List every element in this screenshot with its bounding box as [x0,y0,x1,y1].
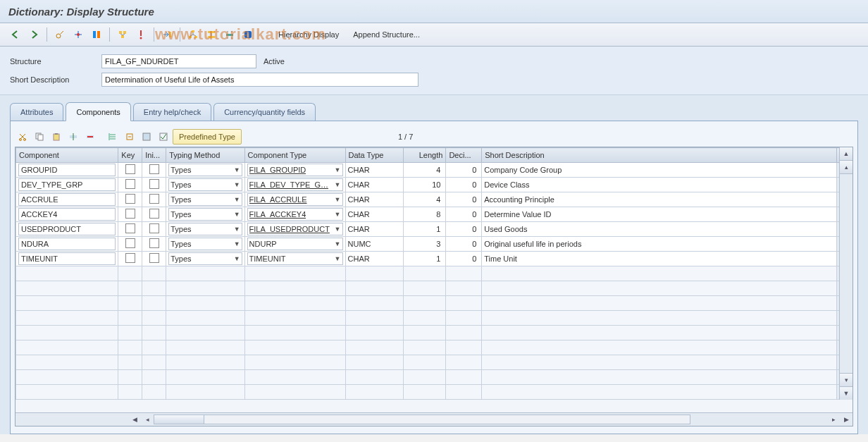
append-structure-button[interactable]: Append Structure... [347,26,426,43]
scroll-down-button-2[interactable]: ▾ [840,373,852,386]
table-row[interactable]: ACCKEY4Types▼FILA_ACCKEY4▼CHAR80Determin… [16,207,852,222]
structure-label: Structure [10,57,101,66]
svg-rect-9 [169,32,171,37]
component-cell[interactable]: ACCRULE [18,193,116,206]
col-comptype[interactable]: Component Type [244,148,345,163]
svg-point-8 [140,37,142,39]
component-cell[interactable]: ACCKEY4 [18,208,116,221]
svg-rect-3 [97,31,100,38]
tree-button[interactable] [185,26,202,43]
typing-dropdown[interactable]: Types▼ [168,164,242,176]
init-checkbox[interactable] [149,179,159,189]
comptype-dropdown[interactable]: FILA_GROUPID▼ [247,164,343,176]
tab-attributes[interactable]: Attributes [10,103,63,121]
cut-button[interactable] [15,129,30,145]
navigate-button[interactable] [159,26,175,43]
where-used-button[interactable] [114,26,131,43]
init-checkbox[interactable] [149,164,159,174]
tab-entry-help[interactable]: Entry help/check [133,103,211,121]
tab-components[interactable]: Components [66,102,130,121]
tab-currency-quantity[interactable]: Currency/quantity fields [213,103,316,121]
vertical-scrollbar[interactable]: ▲ ▴ ▾ ▼ [839,147,852,400]
comptype-dropdown[interactable]: FILA_ACCKEY4▼ [247,208,343,221]
info-button[interactable]: i [240,26,256,43]
scroll-down-button[interactable]: ▼ [840,386,852,400]
component-cell[interactable]: DEV_TYPE_GRP [18,178,116,191]
col-component[interactable]: Component [16,148,118,163]
comptype-dropdown[interactable]: FILA_USEDPRODUCT▼ [247,223,343,235]
paste-button[interactable] [49,129,64,145]
scroll-track[interactable] [840,174,852,373]
scroll-left-button-2[interactable]: ◂ [141,414,154,425]
table-row[interactable]: GROUPIDTypes▼FILA_GROUPID▼CHAR40Company … [16,163,852,178]
col-key[interactable]: Key [118,148,142,163]
col-ini[interactable]: Ini... [142,148,166,163]
key-checkbox[interactable] [125,209,135,219]
col-length[interactable]: Length [403,148,446,163]
h-scroll-thumb[interactable] [154,415,204,424]
key-checkbox[interactable] [125,194,135,204]
col-decimals[interactable]: Deci... [446,148,482,163]
table-row-empty [16,326,852,340]
scroll-right-button-2[interactable]: ▸ [827,414,840,425]
insert-row-button[interactable] [66,129,81,145]
key-checkbox[interactable] [125,253,135,263]
init-checkbox[interactable] [149,223,159,233]
shortdesc-field[interactable]: Determination of Useful Life of Assets [101,73,418,87]
table-row[interactable]: DEV_TYPE_GRPTypes▼FILA_DEV_TYPE_G…▼CHAR1… [16,178,852,192]
comptype-dropdown[interactable]: NDURP▼ [247,238,343,250]
collapse-all-button[interactable] [122,129,137,145]
delete-row-button[interactable] [82,129,98,145]
typing-dropdown[interactable]: Types▼ [168,252,242,265]
key-checkbox[interactable] [125,179,135,189]
init-checkbox[interactable] [149,209,159,219]
collapse-button[interactable] [221,26,238,43]
check-button[interactable] [70,26,87,43]
display-change-button[interactable] [51,26,68,43]
key-checkbox[interactable] [125,238,135,248]
typing-dropdown[interactable]: Types▼ [168,178,242,191]
key-checkbox[interactable] [125,164,135,174]
key-checkbox[interactable] [125,223,135,233]
col-datatype[interactable]: Data Type [345,148,403,163]
typing-dropdown[interactable]: Types▼ [168,208,242,221]
deselect-all-button[interactable] [156,129,171,145]
init-checkbox[interactable] [149,194,159,204]
scroll-left-button[interactable]: ◀ [128,414,141,425]
predefined-type-button[interactable]: Predefined Type [173,129,242,145]
decimals-cell: 0 [448,166,479,174]
h-scroll-track[interactable] [154,415,690,424]
activate-button[interactable] [88,26,105,43]
component-cell[interactable]: NDURA [18,238,116,250]
init-checkbox[interactable] [149,238,159,248]
component-cell[interactable]: TIMEUNIT [18,252,116,265]
scroll-up-button[interactable]: ▲ [840,147,852,161]
expand-all-button[interactable] [105,129,120,145]
table-row[interactable]: NDURATypes▼NDURP▼NUMC30Original useful l… [16,237,852,252]
horizontal-scrollbar[interactable]: ◀ ◂ ▸ ▶ [16,412,852,426]
component-cell[interactable]: GROUPID [18,164,116,176]
hierarchy-display-button[interactable]: Hierarchy Display [272,26,345,43]
comptype-dropdown[interactable]: FILA_DEV_TYPE_G…▼ [247,178,343,191]
other-object-button[interactable] [132,26,149,43]
table-row[interactable]: USEDPRODUCTTypes▼FILA_USEDPRODUCT▼CHAR10… [16,222,852,237]
expand-button[interactable] [203,26,220,43]
typing-dropdown[interactable]: Types▼ [168,238,242,250]
structure-field[interactable]: FILA_GF_NDURDET [101,54,256,68]
typing-dropdown[interactable]: Types▼ [168,223,242,235]
col-shortdesc[interactable]: Short Description [482,148,837,163]
comptype-dropdown[interactable]: TIMEUNIT▼ [247,252,343,265]
table-row[interactable]: TIMEUNITTypes▼TIMEUNIT▼CHAR10Time Unit [16,252,852,266]
scroll-up-button-2[interactable]: ▴ [840,161,852,174]
select-all-button[interactable] [139,129,154,145]
copy-button[interactable] [32,129,47,145]
comptype-dropdown[interactable]: FILA_ACCRULE▼ [247,193,343,206]
back-button[interactable] [7,26,24,43]
forward-button[interactable] [25,26,42,43]
typing-dropdown[interactable]: Types▼ [168,193,242,206]
scroll-right-button[interactable]: ▶ [840,414,852,425]
table-row[interactable]: ACCRULETypes▼FILA_ACCRULE▼CHAR40Accounti… [16,192,852,207]
col-typing[interactable]: Typing Method [166,148,244,163]
init-checkbox[interactable] [149,253,159,263]
component-cell[interactable]: USEDPRODUCT [18,223,116,235]
